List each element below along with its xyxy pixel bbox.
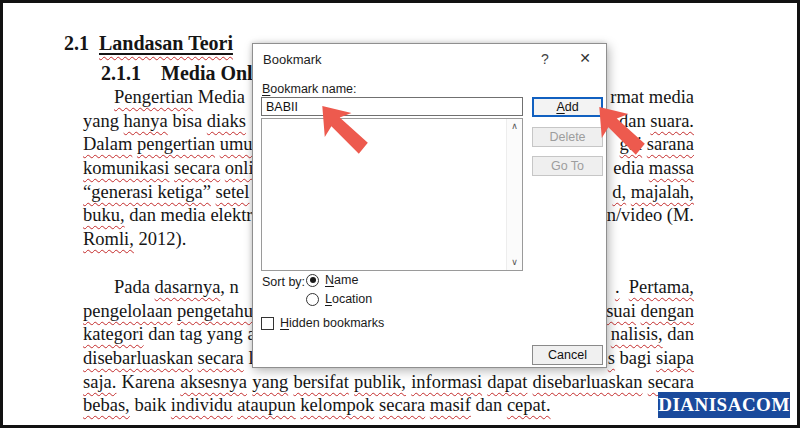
bookmark-dialog: Bookmark ? ✕ Bookmark name: ∧ ∨ Add Dele… [252, 43, 607, 368]
hidden-bookmarks-checkbox[interactable]: Hidden bookmarks [261, 316, 384, 330]
sort-name-label: Name [325, 273, 358, 287]
go-to-button[interactable]: Go To [532, 156, 603, 176]
radio-selected-icon[interactable] [306, 274, 319, 287]
scroll-up-icon[interactable]: ∧ [507, 119, 522, 134]
document-line: saja.Karenaaksesnyayangbersifatpublik,in… [83, 371, 694, 395]
subsection-number: 2.1.1 [101, 62, 141, 84]
sort-name-radio[interactable]: Name [306, 273, 358, 287]
help-icon[interactable]: ? [537, 51, 553, 67]
watermark-badge: DIANISACOM [658, 392, 790, 418]
dialog-title: Bookmark [263, 52, 322, 67]
sort-by-label: Sort by: [262, 275, 305, 289]
bookmark-list[interactable]: ∧ ∨ [261, 118, 523, 271]
close-icon[interactable]: ✕ [576, 50, 594, 66]
list-scrollbar[interactable]: ∧ ∨ [506, 119, 522, 270]
cancel-button[interactable]: Cancel [532, 345, 603, 365]
radio-unselected-icon[interactable] [306, 293, 319, 306]
checkbox-icon[interactable] [261, 317, 274, 330]
scroll-down-icon[interactable]: ∨ [507, 255, 522, 270]
sort-location-label: Location [325, 292, 372, 306]
bookmark-name-input[interactable] [261, 97, 523, 116]
document-line: bebas, baik individu ataupun kelompok se… [83, 394, 694, 418]
hidden-bookmarks-label: Hidden bookmarks [280, 316, 384, 330]
bookmark-name-label: Bookmark name: [262, 82, 357, 96]
sort-location-radio[interactable]: Location [306, 292, 372, 306]
